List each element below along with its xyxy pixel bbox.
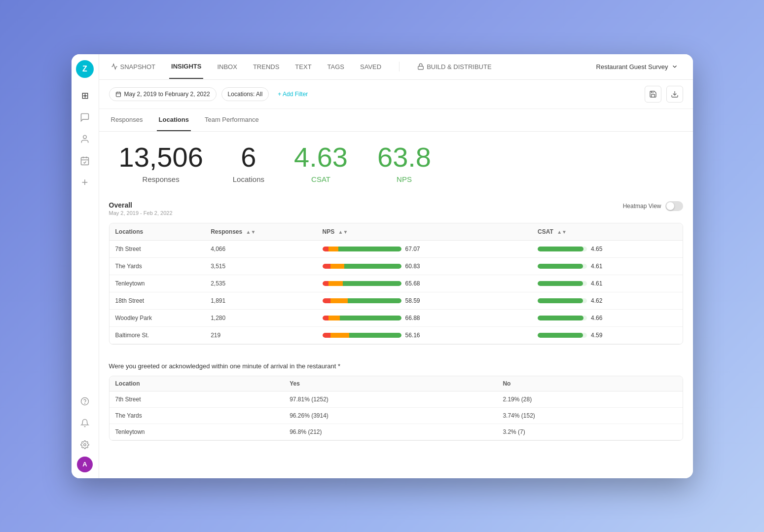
download-icon — [671, 90, 679, 98]
q-cell-yes: 96.8% (212) — [284, 424, 497, 440]
cell-csat: 4.66 — [532, 309, 682, 326]
cell-responses: 219 — [205, 326, 316, 344]
sidebar-icon-notifications[interactable] — [75, 413, 95, 433]
question-table: Location Yes No 7th Street 97.81% (1252)… — [109, 376, 683, 440]
nav-trends[interactable]: TRENDS — [251, 55, 281, 78]
locations-table: Locations Responses ▲▼ NPS ▲▼ CSAT ▲▼ — [109, 223, 683, 344]
col-csat[interactable]: CSAT ▲▼ — [532, 223, 682, 241]
cell-nps: 56.16 — [317, 326, 532, 344]
tab-team-performance[interactable]: Team Performance — [203, 109, 261, 131]
stat-locations: 6 Locations — [233, 143, 264, 183]
col-nps[interactable]: NPS ▲▼ — [317, 223, 532, 241]
filter-bar: May 2, 2019 to February 2, 2022 Location… — [99, 80, 693, 109]
app-logo[interactable]: Z — [76, 60, 94, 78]
table-row: The Yards 3,515 60.83 4.61 — [109, 257, 683, 275]
sort-icon-csat: ▲▼ — [557, 229, 567, 235]
sidebar-icon-user[interactable] — [75, 129, 95, 149]
overall-date: May 2, 2019 - Feb 2, 2022 — [109, 210, 173, 216]
cell-nps: 65.68 — [317, 275, 532, 292]
cell-location: The Yards — [109, 257, 205, 275]
cell-location: 7th Street — [109, 240, 205, 257]
cell-responses: 1,280 — [205, 309, 316, 326]
responses-value: 13,506 — [119, 143, 203, 171]
svg-point-0 — [83, 135, 87, 139]
cell-responses: 2,535 — [205, 275, 316, 292]
q-cell-no: 3.74% (152) — [497, 407, 682, 424]
locations-label: Locations — [233, 175, 264, 183]
locations-value: 6 — [233, 143, 264, 171]
date-range-filter[interactable]: May 2, 2019 to February 2, 2022 — [109, 87, 217, 101]
tab-bar: Responses Locations Team Performance — [99, 109, 693, 132]
nav-inbox[interactable]: INBOX — [215, 55, 239, 78]
chevron-down-icon — [671, 63, 678, 70]
cell-csat: 4.62 — [532, 292, 682, 309]
heatmap-label: Heatmap View — [623, 203, 661, 210]
main-content: SNAPSHOT INSIGHTS INBOX TRENDS TEXT TAGS… — [99, 54, 693, 478]
q-cell-no: 3.2% (7) — [497, 424, 682, 440]
sort-icon-nps: ▲▼ — [338, 229, 348, 235]
nps-value: 63.8 — [377, 143, 431, 171]
sidebar-icon-help[interactable] — [75, 391, 95, 411]
sidebar-icon-tasks[interactable] — [75, 151, 95, 171]
nav-build[interactable]: BUILD & DISTRIBUTE — [415, 55, 493, 78]
add-filter-button[interactable]: + Add Filter — [274, 88, 312, 101]
tab-locations[interactable]: Locations — [157, 109, 191, 131]
stat-nps: 63.8 NPS — [377, 143, 431, 183]
q-table-row: The Yards 96.26% (3914) 3.74% (152) — [109, 407, 683, 424]
q-table-row: Tenleytown 96.8% (212) 3.2% (7) — [109, 424, 683, 440]
nav-text[interactable]: TEXT — [293, 55, 313, 78]
table-row: Baltimore St. 219 56.16 4.59 — [109, 326, 683, 344]
sidebar-icon-grid[interactable]: ⊞ — [75, 86, 95, 106]
col-locations: Locations — [109, 223, 205, 241]
nav-tags[interactable]: TAGS — [326, 55, 346, 78]
top-nav: SNAPSHOT INSIGHTS INBOX TRENDS TEXT TAGS… — [99, 54, 693, 80]
nps-label: NPS — [377, 175, 431, 183]
user-avatar[interactable]: A — [77, 457, 93, 472]
nav-insights[interactable]: INSIGHTS — [169, 55, 203, 79]
locations-filter-label: Locations: All — [228, 91, 263, 98]
cell-location: 18th Street — [109, 292, 205, 309]
responses-label: Responses — [119, 175, 203, 183]
save-icon-button[interactable] — [645, 86, 661, 103]
nav-divider — [399, 62, 400, 71]
cell-responses: 3,515 — [205, 257, 316, 275]
toggle-switch[interactable] — [665, 201, 683, 211]
cell-nps: 58.59 — [317, 292, 532, 309]
q-header-row: Location Yes No — [109, 376, 683, 391]
overall-section: Overall May 2, 2019 - Feb 2, 2022 Heatma… — [99, 193, 693, 353]
question-table-wrapper: Location Yes No 7th Street 97.81% (1252)… — [109, 376, 683, 441]
q-table-row: 7th Street 97.81% (1252) 2.19% (28) — [109, 391, 683, 407]
table-row: Woodley Park 1,280 66.88 4.66 — [109, 309, 683, 326]
stat-csat: 4.63 CSAT — [294, 143, 348, 183]
overall-title-group: Overall May 2, 2019 - Feb 2, 2022 — [109, 201, 173, 216]
table-header-row: Locations Responses ▲▼ NPS ▲▼ CSAT ▲▼ — [109, 223, 683, 241]
col-responses[interactable]: Responses ▲▼ — [205, 223, 316, 241]
cell-csat: 4.65 — [532, 240, 682, 257]
cell-csat: 4.59 — [532, 326, 682, 344]
q-col-yes: Yes — [284, 376, 497, 391]
sidebar-icon-add[interactable]: + — [75, 173, 95, 192]
cell-location: Baltimore St. — [109, 326, 205, 344]
cell-responses: 4,066 — [205, 240, 316, 257]
cell-responses: 1,891 — [205, 292, 316, 309]
csat-label: CSAT — [294, 175, 348, 183]
q-cell-location: Tenleytown — [109, 424, 284, 440]
q-cell-no: 2.19% (28) — [497, 391, 682, 407]
sidebar-icon-chat[interactable] — [75, 107, 95, 127]
nav-saved[interactable]: SAVED — [358, 55, 383, 78]
download-icon-button[interactable] — [666, 86, 683, 103]
svg-rect-9 — [116, 92, 120, 97]
tab-responses[interactable]: Responses — [109, 109, 145, 131]
locations-filter[interactable]: Locations: All — [221, 87, 269, 101]
survey-selector[interactable]: Restaurant Guest Survey — [591, 60, 683, 73]
heatmap-toggle[interactable]: Heatmap View — [623, 201, 683, 211]
sidebar-icon-settings[interactable] — [75, 435, 95, 455]
calendar-icon — [115, 91, 121, 97]
date-range-label: May 2, 2019 to February 2, 2022 — [124, 91, 210, 98]
stat-responses: 13,506 Responses — [119, 143, 203, 183]
cell-nps: 66.88 — [317, 309, 532, 326]
overall-title: Overall — [109, 201, 173, 209]
nav-snapshot[interactable]: SNAPSHOT — [109, 55, 158, 78]
question-section: Were you greeted or acknowledged within … — [99, 353, 693, 449]
q-cell-yes: 96.26% (3914) — [284, 407, 497, 424]
